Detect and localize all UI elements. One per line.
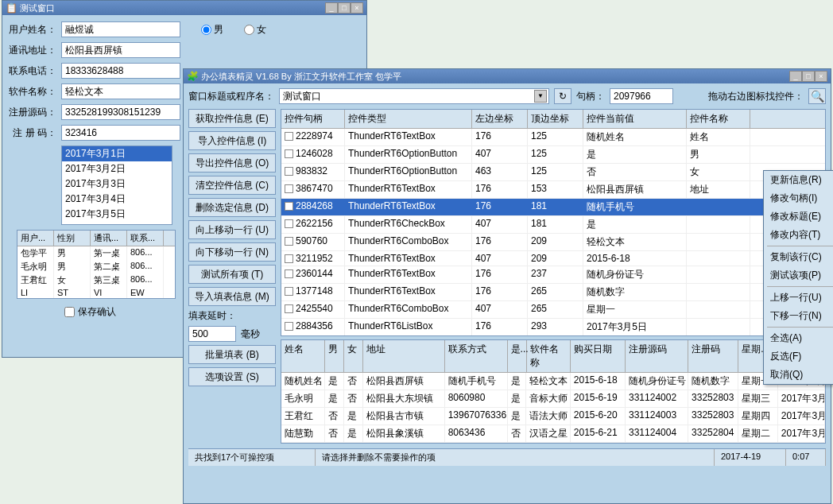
username-label: 用户姓名： [9, 23, 56, 37]
date-item[interactable]: 2017年3月6日 [62, 222, 172, 225]
grid-row[interactable]: 2228974ThunderRT6TextBox176125随机姓名姓名 [281, 129, 825, 146]
grid-row[interactable]: 1377148ThunderRT6TextBox176265随机数字 [281, 284, 825, 301]
context-menu[interactable]: 更新信息(R)Ctrl+R修改句柄(I)修改标题(E)修改内容(T)复制该行(C… [763, 170, 833, 385]
date-item[interactable]: 2017年3月3日 [62, 176, 172, 192]
search-icon[interactable]: 🔍 [808, 88, 826, 104]
refresh-button[interactable]: ↻ [554, 88, 571, 104]
grid-row[interactable]: 王君红否是松阳县古市镇13967076336是语法大师2015-6-203311… [281, 408, 825, 425]
menu-item[interactable]: 更新信息(R)Ctrl+R [764, 171, 833, 189]
handle-label: 句柄： [576, 90, 605, 103]
drag-hint-label: 拖动右边图标找控件： [708, 90, 804, 103]
status-date: 2017-4-19 [715, 449, 786, 466]
grid-row[interactable]: 2622156ThunderRT6CheckBox407181是 [281, 216, 825, 234]
main-window-title: 办公填表精灵 V1.68 By 浙江文升软件工作室 包学平 [201, 71, 789, 83]
close-button[interactable]: × [351, 2, 363, 14]
date-item[interactable]: 2017年3月5日 [62, 207, 172, 222]
menu-item[interactable]: 全选(A)Ctrl+A [764, 329, 833, 347]
table-row[interactable]: 毛永明男第二桌806... [17, 260, 175, 273]
gender-male-radio[interactable]: 男 [201, 23, 223, 37]
progname-label: 窗口标题或程序名： [188, 90, 274, 103]
maximize-button[interactable]: □ [802, 71, 815, 82]
side-button[interactable]: 向下移动一行 (N) [188, 242, 276, 262]
menu-item[interactable]: 上移一行(U)Ctrl+U [764, 289, 833, 307]
side-button[interactable]: 批量填表 (B) [188, 345, 276, 364]
grid-row[interactable]: 2360144ThunderRT6TextBox176237随机身份证号 [281, 266, 825, 284]
addr-input[interactable] [61, 42, 180, 58]
app-icon: 📋 [6, 2, 17, 14]
chevron-down-icon[interactable]: ▼ [534, 90, 547, 103]
regcode-label: 注 册 码： [9, 126, 56, 140]
software-input[interactable] [61, 83, 180, 99]
gender-female-radio[interactable]: 女 [244, 23, 266, 37]
menu-item[interactable]: 取消(Q)Ctrl+Q [764, 366, 833, 384]
date-item[interactable]: 2017年3月1日 [62, 146, 172, 161]
grid-row[interactable]: 3211952ThunderRT6TextBox4072092015-6-18 [281, 251, 825, 266]
grid-row[interactable]: 3867470ThunderRT6TextBox176153松阳县西屏镇地址 [281, 181, 825, 199]
status-bar: 共找到17个可操控项 请选择并删除不需要操作的项 2017-4-19 0:07 [188, 448, 826, 466]
regcode-input[interactable] [61, 125, 180, 141]
controls-grid[interactable]: 控件句柄控件类型左边坐标顶边坐标控件当前值控件名称 2228974Thunder… [281, 109, 826, 336]
grid-row[interactable]: 590760ThunderRT6ComboBox176209轻松文本 [281, 234, 825, 251]
handle-input[interactable] [610, 88, 673, 104]
status-time: 0:07 [786, 449, 826, 466]
phone-input[interactable] [61, 63, 180, 79]
table-row[interactable]: 包学平男第一桌806... [17, 246, 175, 260]
addr-label: 通讯地址： [9, 44, 56, 57]
date-item[interactable]: 2017年3月4日 [62, 192, 172, 207]
regsrc-input[interactable] [61, 104, 180, 120]
close-button[interactable]: × [815, 71, 827, 82]
minimize-button[interactable]: _ [789, 71, 802, 82]
side-button[interactable]: 删除选定信息 (D) [188, 198, 276, 217]
side-button[interactable]: 清空控件信息 (C) [188, 176, 276, 195]
menu-item[interactable]: 下移一行(N)Ctrl+N [764, 307, 833, 325]
date-item[interactable]: 2017年3月2日 [62, 161, 172, 176]
side-button[interactable]: 获取控件信息 (E) [188, 109, 276, 128]
grid-row[interactable]: 2425540ThunderRT6ComboBox407265星期一 [281, 301, 825, 319]
phone-label: 联系电话： [9, 64, 56, 78]
regsrc-label: 注册源码： [9, 106, 56, 119]
table-row[interactable]: LISTVIEW [17, 287, 175, 298]
app-icon: 🧩 [187, 71, 198, 82]
side-button[interactable]: 导出控件信息 (O) [188, 153, 276, 173]
status-hint: 请选择并删除不需要操作的项 [316, 449, 715, 466]
grid-row[interactable]: 陆慧勤否是松阳县象溪镇8063436否汉语之星2015-6-2133112400… [281, 425, 825, 443]
menu-item[interactable]: 修改内容(T) [764, 226, 833, 244]
fill-data-grid[interactable]: 姓名男女地址联系方式是...软件名称购买日期注册源码注册码星期...日期选择 随… [281, 339, 826, 444]
test-window-titlebar[interactable]: 📋 测试窗口 _ □ × [2, 1, 366, 15]
side-button[interactable]: 向上移动一行 (U) [188, 220, 276, 239]
menu-item[interactable]: 复制该行(C) [764, 248, 833, 266]
grid-row[interactable]: 1246028ThunderRT6OptionButton407125是男 [281, 146, 825, 164]
main-window: 🧩 办公填表精灵 V1.68 By 浙江文升软件工作室 包学平 _ □ × 窗口… [183, 68, 831, 504]
status-found: 共找到17个可操控项 [188, 449, 316, 466]
grid-row[interactable]: 毛永明是否松阳县大东坝镇8060980是音标大师2015-6-193311240… [281, 390, 825, 408]
date-listbox[interactable]: 2017年3月1日2017年3月2日2017年3月3日2017年3月4日2017… [61, 145, 172, 225]
test-window-title: 测试窗口 [20, 2, 325, 14]
contacts-table[interactable]: 用户...性别通讯...联系... 包学平男第一桌806...毛永明男第二桌80… [17, 230, 176, 299]
side-button[interactable]: 测试所有项 (T) [188, 265, 276, 284]
main-window-titlebar[interactable]: 🧩 办公填表精灵 V1.68 By 浙江文升软件工作室 包学平 _ □ × [184, 69, 831, 83]
software-label: 软件名称： [9, 85, 56, 99]
side-button[interactable]: 导入控件信息 (I) [188, 131, 276, 150]
table-row[interactable]: 王君红女第三桌806... [17, 273, 175, 287]
side-button[interactable]: 导入填表信息 (M) [188, 287, 276, 306]
delay-input[interactable] [188, 326, 236, 342]
menu-item[interactable]: 反选(F) [764, 347, 833, 366]
menu-item[interactable]: 修改句柄(I) [764, 189, 833, 207]
minimize-button[interactable]: _ [325, 2, 338, 14]
progname-combo[interactable]: 测试窗口 ▼ [279, 88, 549, 104]
menu-item[interactable]: 测试该项(P)Ctrl+T [764, 266, 833, 285]
grid-row[interactable]: 随机姓名是否松阳县西屏镇随机手机号是轻松文本2015-6-18随机身份证号随机数… [281, 373, 825, 390]
maximize-button[interactable]: □ [338, 2, 351, 14]
save-confirm-checkbox[interactable] [64, 307, 75, 317]
username-input[interactable] [61, 21, 180, 37]
grid-row[interactable]: 2884356ThunderRT6ListBox1762932017年3月5日 [281, 319, 825, 335]
grid-row[interactable]: 983832ThunderRT6OptionButton463125否女 [281, 164, 825, 181]
save-confirm-label: 保存确认 [78, 305, 116, 319]
side-button[interactable]: 选项设置 (S) [188, 367, 276, 386]
grid-row[interactable]: 2884268ThunderRT6TextBox176181随机手机号 [281, 199, 825, 216]
menu-item[interactable]: 修改标题(E) [764, 207, 833, 226]
